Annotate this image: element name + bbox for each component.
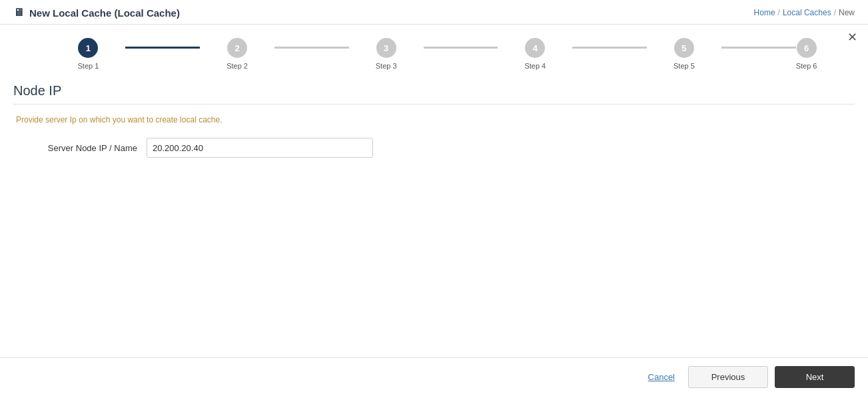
- close-button[interactable]: ✕: [847, 31, 857, 43]
- step-6-circle: 6: [797, 38, 817, 58]
- step-line-3: [424, 47, 498, 49]
- page-title: 🖥 New Local Cache (Local Cache): [13, 7, 180, 19]
- step-1-circle: 1: [78, 38, 98, 58]
- stepper-container: 1 Step 1 2 Step 2 3 Step 3 4: [0, 25, 868, 77]
- step-5-circle: 5: [674, 38, 694, 58]
- monitor-icon: 🖥: [13, 7, 24, 19]
- cancel-button[interactable]: Cancel: [642, 368, 681, 386]
- breadcrumb-current: New: [839, 8, 855, 17]
- step-2-circle: 2: [227, 38, 247, 58]
- stepper: 1 Step 1 2 Step 2 3 Step 3 4: [51, 38, 817, 70]
- step-6: 6 Step 6: [796, 38, 817, 70]
- step-1-label: Step 1: [78, 62, 99, 70]
- step-5-label: Step 5: [673, 62, 695, 70]
- breadcrumb: Home / Local Caches / New: [754, 8, 855, 17]
- server-node-ip-input[interactable]: [147, 138, 373, 158]
- form-group-node-ip: Server Node IP / Name: [13, 138, 855, 158]
- step-2: 2 Step 2: [200, 38, 274, 70]
- step-4-circle: 4: [525, 38, 545, 58]
- section-content: Node IP Provide server Ip on which you w…: [0, 77, 868, 168]
- breadcrumb-home[interactable]: Home: [754, 8, 775, 17]
- header: 🖥 New Local Cache (Local Cache) Home / L…: [0, 0, 868, 25]
- step-line-1: [125, 47, 200, 49]
- step-5: 5 Step 5: [647, 38, 721, 70]
- step-4: 4 Step 4: [498, 38, 572, 70]
- step-2-label: Step 2: [226, 62, 248, 70]
- previous-button[interactable]: Previous: [688, 366, 768, 388]
- step-line-5: [721, 47, 796, 49]
- breadcrumb-sep1: /: [778, 8, 780, 17]
- step-6-label: Step 6: [796, 62, 817, 70]
- step-3-circle: 3: [376, 38, 396, 58]
- step-1: 1 Step 1: [51, 38, 126, 70]
- step-3-label: Step 3: [376, 62, 397, 70]
- description-text: Provide server Ip on which you want to c…: [13, 115, 855, 124]
- form-label-node-ip: Server Node IP / Name: [13, 143, 147, 153]
- next-button[interactable]: Next: [775, 366, 855, 388]
- step-line-2: [274, 47, 349, 49]
- section-title: Node IP: [13, 83, 855, 99]
- step-3: 3 Step 3: [349, 38, 424, 70]
- divider: [13, 104, 855, 104]
- step-line-4: [572, 47, 647, 49]
- step-4-label: Step 4: [524, 62, 546, 70]
- breadcrumb-local-caches[interactable]: Local Caches: [783, 8, 831, 17]
- breadcrumb-sep2: /: [834, 8, 836, 17]
- main-content: ✕ 1 Step 1 2 Step 2 3 Step 3: [0, 25, 868, 357]
- footer: Cancel Previous Next: [0, 357, 868, 396]
